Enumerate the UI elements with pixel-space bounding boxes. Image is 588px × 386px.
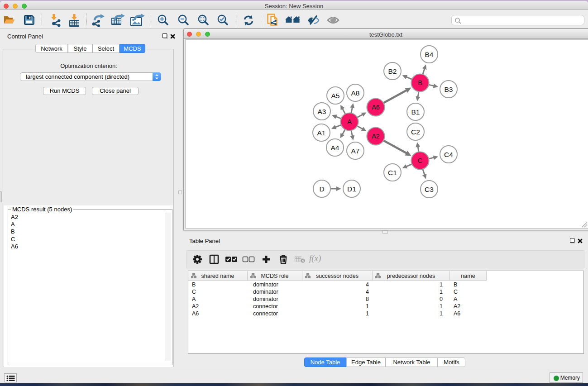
svg-text:C4: C4 xyxy=(444,151,453,158)
svg-text:C2: C2 xyxy=(411,128,420,136)
svg-text:A6: A6 xyxy=(372,104,380,111)
svg-text:B4: B4 xyxy=(425,51,434,58)
svg-text:B: B xyxy=(418,79,422,86)
svg-text:C3: C3 xyxy=(425,186,434,193)
svg-text:B3: B3 xyxy=(445,86,453,93)
svg-text:A2: A2 xyxy=(372,133,380,140)
svg-text:A1: A1 xyxy=(317,129,326,137)
svg-text:B1: B1 xyxy=(411,108,420,116)
svg-text:C1: C1 xyxy=(388,169,397,176)
svg-text:A8: A8 xyxy=(351,89,360,97)
svg-text:A3: A3 xyxy=(318,108,326,115)
svg-text:A7: A7 xyxy=(351,147,360,155)
svg-text:A5: A5 xyxy=(331,92,340,100)
svg-text:A: A xyxy=(347,118,352,125)
svg-text:C: C xyxy=(418,157,422,164)
svg-text:D: D xyxy=(319,185,324,193)
svg-text:D1: D1 xyxy=(347,185,356,193)
svg-text:B2: B2 xyxy=(388,67,397,75)
svg-text:A4: A4 xyxy=(331,144,339,152)
